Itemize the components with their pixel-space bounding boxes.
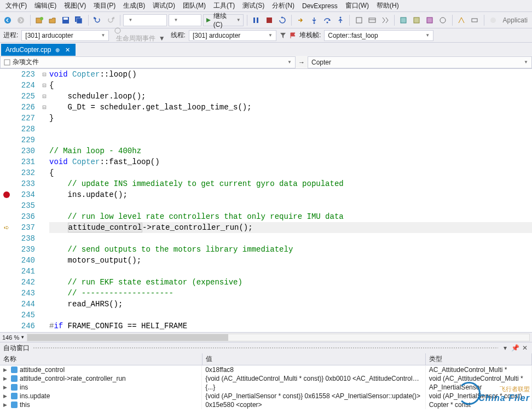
toolbar-btn-6[interactable] — [424, 14, 436, 26]
pin-icon[interactable]: 📌 — [511, 344, 519, 352]
toolbar-btn-3[interactable] — [379, 14, 391, 26]
toolbar-btn-2[interactable] — [366, 14, 378, 26]
breakpoint-icon[interactable] — [3, 191, 10, 198]
window-menu-icon[interactable]: ▾ — [501, 344, 509, 352]
platform-dropdown[interactable]: ▼ — [169, 14, 201, 26]
menu-tools[interactable]: 工具(T) — [210, 0, 238, 11]
code-area[interactable]: void Copter::loop(){ scheduler.loop(); G… — [49, 69, 532, 332]
code-line[interactable] — [49, 310, 532, 321]
back-button[interactable] — [2, 14, 14, 26]
var-value[interactable]: {void (AP_InertialSensor * const)} 0x615… — [202, 392, 425, 400]
document-tab-arducopter[interactable]: ArduCopter.cpp ⊕ ✕ — [1, 44, 76, 56]
member-dropdown[interactable]: Copter ▼ — [308, 56, 532, 68]
code-line[interactable]: void Copter::loop() — [49, 69, 532, 80]
open-button[interactable] — [47, 14, 59, 26]
save-all-button[interactable] — [73, 14, 85, 26]
code-line[interactable]: read_AHRS(); — [49, 299, 532, 310]
toolbar-btn-10[interactable] — [488, 14, 499, 26]
close-icon[interactable]: ✕ — [521, 344, 529, 352]
col-name[interactable]: 名称 — [0, 353, 202, 365]
redo-button[interactable] — [105, 14, 117, 26]
panel-titlebar[interactable]: 自动窗口 ▾ 📌 ✕ — [0, 342, 532, 353]
table-row[interactable]: ▶this0x15e580 <copter>Copter * const — [0, 400, 532, 409]
step-out-button[interactable] — [334, 14, 346, 26]
new-project-button[interactable] — [34, 14, 45, 26]
save-button[interactable] — [60, 14, 72, 26]
toolbar-btn-4[interactable] — [398, 14, 409, 26]
fold-toggle[interactable]: ⊟ — [39, 91, 49, 102]
code-line[interactable]: attitude_control->rate_controller_run(); — [49, 222, 532, 233]
menu-devexpress[interactable]: DevExpress — [299, 1, 341, 11]
code-line[interactable]: G_Dt = scheduler.get_last_loop_time_s(); — [49, 102, 532, 113]
stackframe-dropdown[interactable]: Copter::fast_loop▼ — [324, 30, 433, 41]
var-value[interactable]: {...} — [202, 383, 425, 392]
menu-test[interactable]: 测试(S) — [239, 0, 268, 11]
continue-button[interactable]: 继续(C) ▼ — [203, 14, 243, 26]
table-row[interactable]: ▶ins{...}AP_InertialSensor — [0, 383, 532, 392]
horizontal-scrollbar[interactable] — [27, 334, 530, 341]
table-row[interactable]: ▶ins.update{void (AP_InertialSensor * co… — [0, 392, 532, 400]
code-line[interactable]: // run low level rate controllers that o… — [49, 211, 532, 222]
menu-file[interactable]: 文件(F) — [2, 0, 30, 11]
table-row[interactable]: ▶attitude_control0x18ffac8AC_AttitudeCon… — [0, 365, 532, 375]
filter-button[interactable] — [280, 32, 286, 39]
var-value[interactable]: {void (AC_AttitudeControl_Multi * const)… — [202, 374, 425, 383]
code-line[interactable]: { — [49, 80, 532, 91]
code-line[interactable]: ins.update(); — [49, 189, 532, 200]
flag-button[interactable] — [290, 32, 296, 39]
menu-view[interactable]: 视图(V) — [61, 0, 89, 11]
toolbar-btn-1[interactable] — [353, 14, 365, 26]
fold-toggle[interactable]: ⊟ — [39, 80, 49, 91]
zoom-control[interactable]: 146 % ▼ — [2, 334, 25, 341]
code-line[interactable]: motors_output(); — [49, 255, 532, 266]
show-next-statement-button[interactable] — [295, 14, 307, 26]
fold-toggle[interactable]: ⊟ — [39, 102, 49, 113]
fold-toggle[interactable]: ⊟ — [39, 69, 49, 80]
code-editor[interactable]: ➪ 22322422522622722822923023123223323423… — [0, 69, 532, 332]
step-over-button[interactable] — [321, 14, 333, 26]
code-line[interactable] — [49, 266, 532, 277]
close-icon[interactable]: ✕ — [64, 46, 71, 54]
menu-project[interactable]: 项目(P) — [90, 0, 119, 11]
menu-build[interactable]: 生成(B) — [120, 0, 148, 11]
expand-icon[interactable]: ▶ — [3, 376, 9, 381]
step-into-button[interactable] — [308, 14, 320, 26]
menu-analyze[interactable]: 分析(N) — [269, 0, 298, 11]
expand-icon[interactable]: ▶ — [3, 367, 9, 373]
toolbar-btn-9[interactable] — [469, 14, 481, 26]
pin-icon[interactable]: ⊕ — [55, 47, 60, 53]
process-dropdown[interactable]: [301] arducopter▼ — [21, 30, 109, 41]
code-line[interactable]: { — [49, 167, 532, 178]
scope-dropdown[interactable]: 杂项文件 ▼ — [0, 56, 296, 68]
expand-icon[interactable]: ▶ — [3, 385, 9, 390]
toolbar-btn-7[interactable] — [437, 14, 449, 26]
code-line[interactable]: // send outputs to the motors library im… — [49, 244, 532, 255]
code-line[interactable] — [49, 233, 532, 244]
config-dropdown[interactable]: ▼ — [123, 14, 167, 26]
col-type[interactable]: 类型 — [425, 353, 531, 365]
var-value[interactable]: 0x18ffac8 — [202, 365, 425, 375]
code-line[interactable] — [49, 124, 532, 135]
toolbar-btn-5[interactable] — [411, 14, 423, 26]
code-line[interactable]: // update INS immediately to get current… — [49, 178, 532, 189]
code-line[interactable] — [49, 135, 532, 146]
code-line[interactable]: void Copter::fast_loop() — [49, 156, 532, 167]
restart-button[interactable] — [276, 14, 288, 26]
code-line[interactable]: // -------------------- — [49, 288, 532, 299]
code-line[interactable]: scheduler.loop(); — [49, 91, 532, 102]
toolbar-btn-8[interactable] — [456, 14, 467, 26]
lifecycle-button[interactable]: 生命周期事件 ▼ — [112, 27, 167, 43]
breakpoint-gutter[interactable]: ➪ — [0, 69, 13, 332]
thread-dropdown[interactable]: [301] arducopter▼ — [189, 30, 276, 41]
menu-edit[interactable]: 编辑(E) — [31, 0, 60, 11]
forward-button[interactable] — [15, 14, 27, 26]
autos-grid[interactable]: 名称 值 类型 ▶attitude_control0x18ffac8AC_Att… — [0, 353, 532, 413]
code-line[interactable]: } — [49, 113, 532, 124]
menu-debug[interactable]: 调试(D) — [149, 0, 178, 11]
var-value[interactable]: 0x15e580 <copter> — [202, 400, 425, 409]
stop-button[interactable] — [264, 14, 275, 26]
menu-team[interactable]: 团队(M) — [180, 0, 209, 11]
code-line[interactable]: // run EKF state estimator (expensive) — [49, 277, 532, 288]
expand-icon[interactable]: ▶ — [3, 393, 9, 399]
break-all-button[interactable] — [251, 14, 262, 26]
